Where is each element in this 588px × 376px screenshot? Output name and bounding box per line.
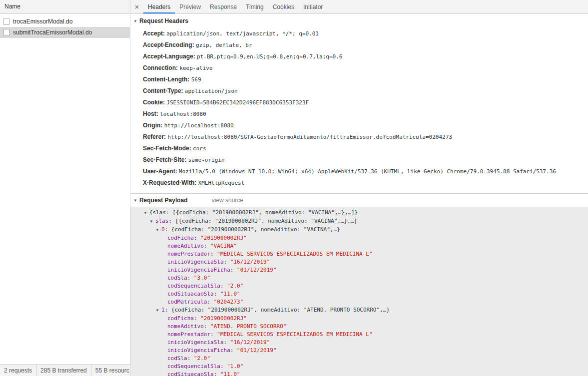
header-row: Referer: http://localhost:8080/SGTA-Gest… <box>130 131 588 143</box>
tree-text-plain: : <box>207 299 213 305</box>
header-value: http://localhost:8080 <box>164 122 234 129</box>
header-row: Connection: keep-alive <box>130 62 588 74</box>
tree-leaf-line: nomeAditivo: "ATEND. PRONTO SOCORRO" <box>130 323 588 331</box>
tree-text-key: codFicha <box>167 315 194 322</box>
header-value: XMLHttpRequest <box>198 180 245 186</box>
request-name: trocaEmissorModal.do <box>13 18 72 25</box>
tree-text-str: "3.0" <box>194 275 210 281</box>
detail-tab-bar: × HeadersPreviewResponseTimingCookiesIni… <box>130 0 588 14</box>
request-headers-list: Accept: application/json, text/javascrip… <box>130 27 588 193</box>
header-row: Content-Type: application/json <box>130 85 588 97</box>
tree-text-plain: : <box>224 259 230 265</box>
tree-text-str: "11.0" <box>220 291 240 297</box>
tree-text-key: inicioVigenciaFicha <box>167 267 230 273</box>
header-name: Sec-Fetch-Mode: <box>143 145 191 152</box>
tab-timing[interactable]: Timing <box>241 0 268 13</box>
tree-leaf-line: codFicha: "2019000002RJ" <box>130 234 588 242</box>
tree-text-key: codSequencialSla <box>167 363 220 370</box>
request-name: submitTrocaEmissorModal.do <box>13 29 92 36</box>
tree-expandable-line[interactable]: ▼slas: [{codFicha: "2019000002RJ", nomeA… <box>130 217 588 226</box>
tree-text-plain: : <box>210 331 217 338</box>
tab-preview[interactable]: Preview <box>175 0 205 13</box>
header-value: pt-BR,pt;q=0.9,en-US;q=0.8,en;q=0.7,la;q… <box>197 53 342 60</box>
header-value: Mozilla/5.0 (Windows NT 10.0; Win64; x64… <box>179 168 556 175</box>
tree-text-str: "01/12/2019" <box>237 347 276 354</box>
document-icon <box>3 18 9 25</box>
request-payload-section-header: ▼ Request Payload view source <box>130 193 588 207</box>
tree-leaf-line: codFicha: "2019000002RJ" <box>130 315 588 323</box>
header-value: keep-alive <box>179 65 212 71</box>
tree-expandable-line[interactable]: ▼{slas: [{codFicha: "2019000002RJ", nome… <box>130 209 588 217</box>
document-icon <box>3 29 9 36</box>
request-headers-section-header[interactable]: ▼ Request Headers <box>130 14 588 27</box>
request-headers-title: Request Headers <box>139 17 188 24</box>
header-name: Sec-Fetch-Site: <box>143 156 186 163</box>
header-row: Accept-Language: pt-BR,pt;q=0.9,en-US;q=… <box>130 51 588 62</box>
network-request-list-panel: Name trocaEmissorModal.dosubmitTrocaEmis… <box>0 0 130 376</box>
tree-text-key: 0 <box>161 226 165 233</box>
name-column-header[interactable]: Name <box>0 0 130 14</box>
tree-disclosure-icon[interactable]: ▼ <box>149 218 155 226</box>
tree-text-plain: {slas: [{codFicha: "2019000002RJ", nomeA… <box>149 209 358 216</box>
tab-initiator[interactable]: Initiator <box>299 0 327 13</box>
headers-tab-content: ▼ Request Headers Accept: application/js… <box>130 14 588 376</box>
tree-text-key: codSla <box>167 355 187 362</box>
tree-text-key: nomePrestador <box>167 331 210 338</box>
tree-leaf-line: inicioVigenciaSla: "16/12/2019" <box>130 339 588 347</box>
tree-text-key: inicioVigenciaSla <box>167 339 224 346</box>
header-row: Cookie: JSESSIONID=5B4B62EC342D2496EF883… <box>130 97 588 108</box>
header-row: Origin: http://localhost:8080 <box>130 120 588 131</box>
tree-text-plain: : <box>230 267 237 273</box>
tab-cookies[interactable]: Cookies <box>268 0 299 13</box>
request-row[interactable]: submitTrocaEmissorModal.do <box>0 27 130 38</box>
tree-text-str: "1.0" <box>227 363 243 370</box>
disclosure-triangle-icon: ▼ <box>133 19 137 23</box>
header-name: Accept-Language: <box>143 53 195 60</box>
tree-leaf-line: codSequencialSla: "2.0" <box>130 282 588 290</box>
detail-tabs: HeadersPreviewResponseTimingCookiesIniti… <box>143 0 327 13</box>
request-list: trocaEmissorModal.dosubmitTrocaEmissorMo… <box>0 14 130 364</box>
view-source-link[interactable]: view source <box>212 197 243 204</box>
tree-text-str: "01/12/2019" <box>237 267 276 273</box>
tree-text-plain: : <box>204 323 210 330</box>
tree-text-str: "2019000002RJ" <box>200 315 247 322</box>
header-row: Accept-Encoding: gzip, deflate, br <box>130 39 588 51</box>
tree-text-key: 1 <box>161 307 165 313</box>
request-payload-title[interactable]: Request Payload <box>139 197 188 204</box>
tree-text-str: "ATEND. PRONTO SOCORRO" <box>210 323 286 330</box>
tree-text-key: codSequencialSla <box>167 283 220 289</box>
request-row[interactable]: trocaEmissorModal.do <box>0 16 130 27</box>
tree-leaf-line: codSla: "3.0" <box>130 274 588 282</box>
tab-response[interactable]: Response <box>205 0 241 13</box>
close-icon[interactable]: × <box>130 0 143 13</box>
tree-text-str: "MEDICAL SERVICOS ESPECIALIZADOS EM MEDI… <box>217 331 372 338</box>
tree-expandable-line[interactable]: ▼0: {codFicha: "2019000002RJ", nomeAditi… <box>130 226 588 234</box>
tree-disclosure-icon[interactable]: ▼ <box>155 307 161 315</box>
header-name: Origin: <box>143 122 162 129</box>
tree-text-key: nomeAditivo <box>167 323 204 330</box>
disclosure-triangle-icon: ▼ <box>133 198 137 203</box>
tree-text-plain: : <box>214 291 220 297</box>
tree-disclosure-icon[interactable]: ▼ <box>143 209 149 217</box>
header-row: X-Requested-With: XMLHttpRequest <box>130 177 588 189</box>
tree-text-plain: : {codFicha: "2019000002RJ", nomeAditivo… <box>165 226 340 233</box>
tree-text-key: codSla <box>167 275 187 281</box>
tree-expandable-line[interactable]: ▼1: {codFicha: "2019000002RJ", nomeAditi… <box>130 306 588 315</box>
tree-text-plain: : <box>210 251 217 257</box>
tree-disclosure-icon[interactable]: ▼ <box>155 226 161 234</box>
header-name: Accept: <box>143 30 165 37</box>
tab-headers[interactable]: Headers <box>143 0 175 13</box>
tree-text-plain: : {codFicha: "2019000002RJ", nomeAditivo… <box>165 307 390 313</box>
tree-leaf-line: codMatricula: "0204273" <box>130 298 588 306</box>
tree-text-str: "2019000002RJ" <box>200 235 247 241</box>
header-value: 569 <box>191 76 201 83</box>
status-item: 285 B transferred <box>36 365 91 376</box>
header-name: Content-Type: <box>143 87 183 94</box>
header-value: JSESSIONID=5B4B62EC342D2496EF883DC6353F3… <box>166 99 309 106</box>
tree-leaf-line: codSequencialSla: "1.0" <box>130 363 588 371</box>
header-name: User-Agent: <box>143 168 177 175</box>
header-value: application/json <box>185 88 238 94</box>
tree-text-key: codMatricula <box>167 299 207 305</box>
tree-text-key: inicioVigenciaSla <box>167 259 224 265</box>
devtools-network-panel: Name trocaEmissorModal.dosubmitTrocaEmis… <box>0 0 588 376</box>
